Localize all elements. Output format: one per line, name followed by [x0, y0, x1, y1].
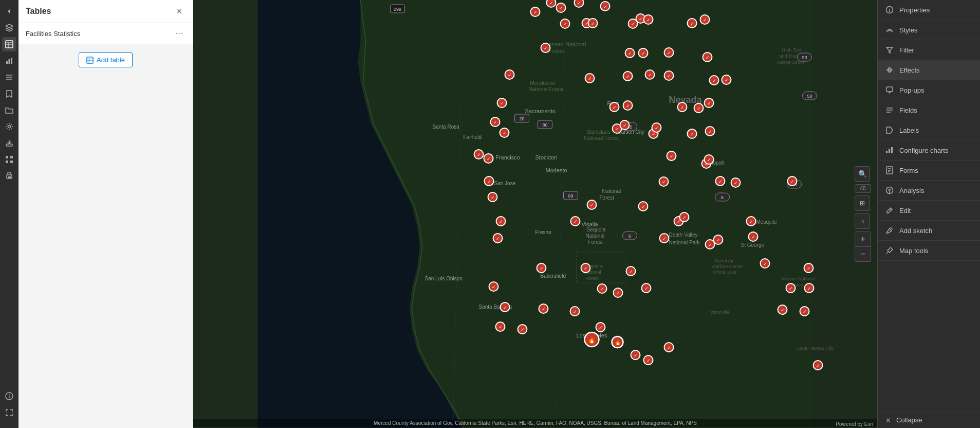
svg-text:✓: ✓: [641, 204, 645, 209]
edit-label: Edit: [899, 207, 911, 215]
close-panel-button[interactable]: ✕: [173, 5, 186, 17]
add-sketch-item[interactable]: Add sketch: [878, 221, 980, 241]
svg-text:San Jose: San Jose: [494, 181, 516, 186]
svg-text:Visalia: Visalia: [582, 221, 599, 227]
collapse-label: Collapse: [896, 416, 922, 424]
map-area[interactable]: 299 Nevada Sacramento San Francisco San …: [193, 0, 877, 428]
map-search-button[interactable]: 🔍: [855, 166, 870, 182]
map-tools-label: Map tools: [899, 247, 928, 255]
fields-item[interactable]: Fields: [878, 100, 980, 120]
svg-rect-274: [886, 87, 893, 92]
labels-item[interactable]: Labels: [878, 120, 980, 140]
edit-icon: [885, 206, 894, 215]
layers-btn[interactable]: [2, 21, 16, 35]
svg-text:✓: ✓: [708, 242, 712, 247]
svg-text:✓: ✓: [559, 6, 563, 11]
bookmark-btn[interactable]: [2, 86, 16, 101]
svg-text:Forest: Forest: [588, 239, 603, 245]
svg-text:✓: ✓: [628, 51, 632, 56]
zoom-out-button[interactable]: −: [855, 247, 871, 261]
svg-text:50: 50: [807, 94, 812, 99]
svg-rect-5: [9, 59, 10, 64]
svg-text:✓: ✓: [634, 353, 638, 358]
popups-item[interactable]: Pop-ups: [878, 80, 980, 100]
svg-text:✓: ✓: [521, 327, 525, 332]
svg-text:Fairfield: Fairfield: [464, 134, 482, 140]
svg-text:✓: ✓: [503, 131, 507, 136]
filter-item[interactable]: Filter: [878, 40, 980, 60]
collapse-button[interactable]: Collapse: [878, 412, 980, 428]
svg-line-288: [891, 227, 893, 229]
right-panel: Properties Styles Filter Effects: [877, 0, 980, 428]
svg-text:✓: ✓: [641, 51, 645, 56]
analysis-item[interactable]: Analysis: [878, 181, 980, 201]
properties-item[interactable]: Properties: [878, 0, 980, 20]
svg-text:✓: ✓: [626, 74, 630, 79]
svg-text:6: 6: [721, 195, 724, 200]
svg-text:✓: ✓: [652, 132, 656, 137]
more-options-button[interactable]: ···: [173, 27, 186, 40]
svg-text:Mesquite: Mesquite: [756, 219, 778, 225]
svg-text:✓: ✓: [499, 219, 503, 224]
svg-text:Lake Havasu City: Lake Havasu City: [798, 346, 834, 351]
back-btn[interactable]: [2, 4, 16, 19]
home-button[interactable]: ⌂: [855, 213, 870, 229]
svg-rect-6: [11, 58, 12, 64]
svg-rect-279: [889, 149, 890, 153]
svg-text:✓: ✓: [670, 154, 674, 159]
svg-text:20: 20: [519, 116, 524, 121]
svg-point-20: [9, 394, 10, 395]
svg-line-289: [886, 252, 888, 254]
configure-charts-item[interactable]: Configure charts: [878, 140, 980, 160]
svg-text:✓: ✓: [487, 156, 491, 162]
svg-text:Death Valley: Death Valley: [669, 232, 698, 238]
svg-text:St George: St George: [741, 242, 765, 248]
svg-text:✓: ✓: [574, 219, 578, 224]
svg-text:✓: ✓: [707, 101, 711, 106]
add-table-button[interactable]: Add table: [79, 52, 133, 67]
print-btn[interactable]: [2, 169, 16, 183]
svg-text:Warfare Center-: Warfare Center-: [712, 264, 745, 269]
styles-item[interactable]: Styles: [878, 20, 980, 40]
svg-text:✓: ✓: [496, 236, 500, 241]
table-btn[interactable]: [2, 37, 16, 51]
settings-btn[interactable]: [2, 119, 16, 134]
export-btn[interactable]: [2, 136, 16, 150]
effects-icon: [885, 65, 894, 75]
properties-label: Properties: [899, 6, 930, 14]
svg-text:✓: ✓: [503, 305, 507, 310]
svg-text:✓: ✓: [573, 309, 577, 314]
expand-btn[interactable]: [2, 405, 16, 420]
chart-btn[interactable]: [2, 53, 16, 68]
svg-text:✓: ✓: [816, 363, 820, 368]
forms-item[interactable]: Forms: [878, 160, 980, 181]
svg-text:National: National: [602, 188, 621, 194]
svg-text:✓: ✓: [667, 345, 671, 350]
folder-btn[interactable]: [2, 103, 16, 117]
apps-btn[interactable]: [2, 152, 16, 167]
list-btn[interactable]: [2, 70, 16, 84]
svg-text:✓: ✓: [544, 46, 548, 51]
svg-text:✓: ✓: [626, 103, 630, 109]
svg-text:✓: ✓: [716, 238, 720, 243]
analysis-label: Analysis: [899, 187, 924, 194]
tables-panel: Tables ✕ Facilities Statistics ··· Add t…: [19, 0, 193, 428]
svg-text:✓: ✓: [690, 21, 694, 26]
svg-text:✓: ✓: [508, 73, 512, 78]
svg-text:✓: ✓: [648, 73, 652, 78]
svg-line-287: [890, 209, 891, 210]
forms-icon: [885, 166, 894, 175]
info-btn[interactable]: [2, 389, 16, 403]
panel-header: Tables ✕: [19, 0, 193, 23]
configure-charts-icon: [885, 146, 894, 155]
edit-item[interactable]: Edit: [878, 201, 980, 221]
map-tools-item[interactable]: Map tools: [878, 241, 980, 261]
svg-text:✓: ✓: [763, 261, 767, 266]
forms-label: Forms: [899, 167, 918, 174]
svg-text:✓: ✓: [706, 55, 710, 60]
facilities-statistics-label: Facilities Statistics: [26, 30, 80, 38]
effects-item[interactable]: Effects: [878, 60, 980, 80]
svg-text:✓: ✓: [646, 358, 651, 363]
fullscreen-button[interactable]: ⊞: [855, 195, 870, 211]
zoom-in-button[interactable]: +: [855, 232, 871, 246]
